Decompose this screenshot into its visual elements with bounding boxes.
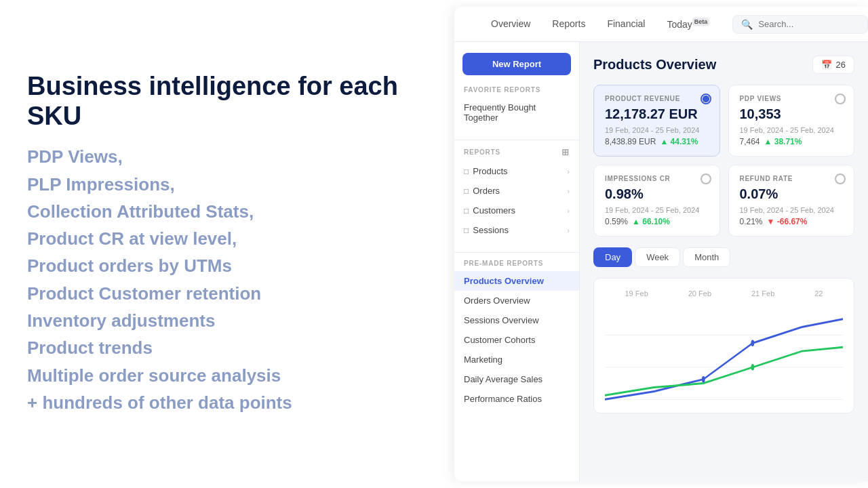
folder-icon[interactable]: ⊞ — [561, 147, 570, 157]
report-groups: □ Products ›□ Orders ›□ Customers ›□ Ses… — [454, 161, 579, 240]
chevron-icon: › — [567, 207, 570, 215]
metric-label-0: PRODUCT REVENUE — [605, 95, 709, 102]
premade-item-products-overview[interactable]: Products Overview — [454, 271, 579, 291]
metric-value-3: 0.07% — [740, 186, 844, 202]
calendar-icon: 📅 — [821, 60, 832, 70]
metric-compare-3: 0.21% ▼ -66.67% — [740, 217, 844, 226]
premade-item-daily-average-sales[interactable]: Daily Average Sales — [454, 369, 579, 389]
metric-period-2: 19 Feb, 2024 - 25 Feb, 2024 — [605, 206, 709, 214]
metric-card-1[interactable]: PDP VIEWS 10,353 19 Feb, 2024 - 25 Feb, … — [728, 85, 855, 157]
time-btn-week[interactable]: Week — [635, 247, 680, 267]
folder-icon: □ — [464, 167, 469, 176]
chart-x-label: 20 Feb — [688, 289, 711, 298]
sidebar: New Report FAVORITE REPORTS Frequently B… — [454, 42, 580, 481]
premade-label: PRE-MADE REPORTS — [454, 260, 579, 267]
feature-item: Product trends — [27, 334, 427, 361]
sidebar-divider-1 — [454, 140, 579, 140]
metric-radio-0[interactable] — [701, 94, 711, 104]
metric-value-1: 10,353 — [740, 106, 844, 122]
metric-card-3[interactable]: REFUND RATE 0.07% 19 Feb, 2024 - 25 Feb,… — [728, 165, 855, 237]
chart-x-label: 21 Feb — [751, 289, 774, 298]
chart-x-label: 22 — [814, 289, 823, 298]
premade-item-marketing[interactable]: Marketing — [454, 350, 579, 369]
metric-value-0: 12,178.27 EUR — [605, 106, 709, 122]
time-toggle: DayWeekMonth — [593, 247, 854, 267]
content-header: Products Overview 📅 26 — [593, 56, 854, 74]
top-nav: OverviewReportsFinancialTodayBeta 🔍 — [454, 7, 868, 42]
svg-point-4 — [751, 340, 754, 346]
feature-item: PDP Views, — [27, 143, 427, 170]
sidebar-divider-2 — [454, 252, 579, 253]
chevron-icon: › — [567, 167, 570, 176]
metric-compare-2: 0.59% ▲ 66.10% — [605, 217, 709, 226]
chart-x-labels: 19 Feb20 Feb21 Feb22 — [605, 289, 843, 298]
main-title: Business intelligence for each SKU — [27, 72, 427, 131]
favorite-item[interactable]: Frequently Bought Together — [454, 98, 579, 127]
metric-radio-1[interactable] — [835, 94, 846, 104]
premade-item-orders-overview[interactable]: Orders Overview — [454, 291, 579, 310]
metric-label-3: REFUND RATE — [740, 175, 844, 182]
feature-item: Product Customer retention — [27, 280, 427, 307]
metric-compare-0: 8,438.89 EUR ▲ 44.31% — [605, 137, 709, 146]
nav-tab-overview[interactable]: Overview — [481, 14, 540, 34]
nav-tabs: OverviewReportsFinancialTodayBeta — [481, 14, 719, 34]
chevron-icon: › — [567, 226, 570, 235]
feature-item: Product CR at view level, — [27, 225, 427, 252]
premade-item-performance-ratios[interactable]: Performance Ratios — [454, 389, 579, 409]
left-panel: Business intelligence for each SKU PDP V… — [0, 0, 454, 488]
folder-icon: □ — [464, 226, 469, 235]
premade-items: Products OverviewOrders OverviewSessions… — [454, 271, 579, 409]
metric-card-2[interactable]: IMPRESSIONS CR 0.98% 19 Feb, 2024 - 25 F… — [593, 165, 720, 237]
metrics-grid: PRODUCT REVENUE 12,178.27 EUR 19 Feb, 20… — [593, 85, 854, 237]
chart-x-label: 19 Feb — [625, 289, 648, 298]
folder-icon: □ — [464, 186, 469, 196]
sidebar-item-sessions[interactable]: □ Sessions › — [454, 220, 579, 240]
sidebar-item-customers[interactable]: □ Customers › — [454, 201, 579, 220]
new-report-button[interactable]: New Report — [462, 53, 571, 75]
search-icon: 🔍 — [741, 19, 753, 30]
metric-compare-1: 7,464 ▲ 38.71% — [740, 137, 844, 146]
premade-item-customer-cohorts[interactable]: Customer Cohorts — [454, 330, 579, 350]
chart-area: 19 Feb20 Feb21 Feb22 — [593, 278, 854, 413]
search-box: 🔍 — [732, 15, 868, 34]
search-input[interactable] — [758, 19, 860, 29]
feature-item: Inventory adjustments — [27, 307, 427, 334]
feature-list: PDP Views,PLP Impressions,Collection Att… — [27, 143, 427, 416]
feature-item: PLP Impressions, — [27, 171, 427, 198]
metric-period-1: 19 Feb, 2024 - 25 Feb, 2024 — [740, 126, 844, 134]
right-panel: OverviewReportsFinancialTodayBeta 🔍 New … — [454, 7, 868, 481]
sidebar-item-orders[interactable]: □ Orders › — [454, 181, 579, 201]
chart-svg — [605, 303, 843, 413]
metric-period-3: 19 Feb, 2024 - 25 Feb, 2024 — [740, 206, 844, 214]
content-area: Products Overview 📅 26 PRODUCT REVENUE 1… — [580, 42, 868, 481]
svg-point-5 — [751, 364, 754, 370]
page-title: Products Overview — [593, 57, 716, 73]
feature-item: Collection Attributed Stats, — [27, 198, 427, 225]
metric-value-2: 0.98% — [605, 186, 709, 202]
reports-label: REPORTS ⊞ — [454, 147, 579, 157]
favorite-items: Frequently Bought Together — [454, 98, 579, 127]
main-content: New Report FAVORITE REPORTS Frequently B… — [454, 42, 868, 481]
feature-item: + hundreds of other data points — [27, 389, 427, 416]
metric-radio-3[interactable] — [835, 174, 846, 184]
time-btn-month[interactable]: Month — [683, 247, 730, 267]
time-btn-day[interactable]: Day — [593, 247, 632, 267]
premade-item-sessions-overview[interactable]: Sessions Overview — [454, 310, 579, 330]
metric-label-2: IMPRESSIONS CR — [605, 175, 709, 182]
nav-tab-today[interactable]: TodayBeta — [657, 14, 719, 34]
nav-tab-reports[interactable]: Reports — [542, 14, 595, 34]
folder-icon: □ — [464, 206, 469, 216]
date-badge[interactable]: 📅 26 — [812, 56, 854, 74]
nav-tab-financial[interactable]: Financial — [597, 14, 654, 34]
svg-point-3 — [702, 376, 705, 382]
metric-period-0: 19 Feb, 2024 - 25 Feb, 2024 — [605, 126, 709, 134]
sidebar-item-products[interactable]: □ Products › — [454, 161, 579, 181]
metric-radio-2[interactable] — [701, 174, 711, 184]
date-value: 26 — [836, 60, 846, 70]
favorite-reports-label: FAVORITE REPORTS — [454, 86, 579, 94]
metric-label-1: PDP VIEWS — [740, 95, 844, 102]
feature-item: Multiple order source analysis — [27, 362, 427, 389]
feature-item: Product orders by UTMs — [27, 252, 427, 279]
metric-card-0[interactable]: PRODUCT REVENUE 12,178.27 EUR 19 Feb, 20… — [593, 85, 720, 157]
chevron-icon: › — [567, 187, 570, 195]
